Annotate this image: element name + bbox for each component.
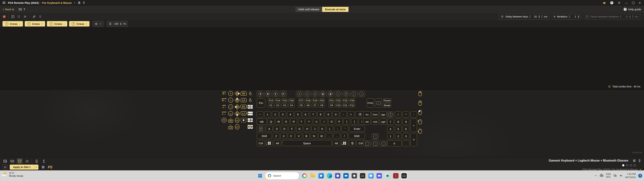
restore-button[interactable]: [632, 2, 634, 4]
key-5[interactable]: 5: [294, 111, 301, 117]
profile-name[interactable]: For Keyboard & Mouse: [42, 1, 72, 4]
mouse-left-button-icon[interactable]: [418, 110, 422, 116]
key-z[interactable]: Z: [273, 133, 280, 139]
key-o[interactable]: O: [328, 118, 335, 124]
key-f20[interactable]: F20: [319, 98, 325, 102]
key-2[interactable]: 2: [272, 111, 278, 117]
key-globe-off[interactable]: [327, 91, 334, 97]
key-pause[interactable]: Pause: [383, 98, 391, 102]
key-next-track[interactable]: [280, 91, 287, 97]
key-s[interactable]: S: [274, 126, 280, 132]
mouse-wheel-up-icon[interactable]: [418, 91, 422, 97]
key-f13[interactable]: F13: [268, 98, 274, 102]
key-f3[interactable]: F3: [282, 103, 288, 108]
iterations-spinner[interactable]: [578, 16, 579, 18]
key-f7[interactable]: F7: [312, 103, 318, 108]
key-scroll-lock[interactable]: ↕: [375, 98, 382, 108]
key-ins[interactable]: ins: [364, 112, 371, 118]
key-enter[interactable]: Enter: [349, 126, 365, 132]
key-refresh[interactable]: [342, 91, 350, 97]
key-numpad-7[interactable]: 7: [387, 118, 394, 125]
playstation-logo-icon[interactable]: PS: [48, 165, 52, 169]
delay-value[interactable]: 10: [532, 15, 537, 18]
taskbar-app-file-explorer[interactable]: [309, 172, 316, 180]
taskbar-app-teams[interactable]: [334, 172, 341, 180]
ps4-square-button[interactable]: □: [228, 104, 234, 110]
execute-at-once-button[interactable]: Execute at once: [322, 7, 348, 12]
joystick-device-icon[interactable]: [41, 159, 46, 164]
search-box[interactable]: Search: [265, 172, 299, 180]
key-arrow-right[interactable]: →: [380, 140, 387, 147]
delete-all-icon[interactable]: [38, 15, 42, 18]
key-menu[interactable]: [349, 140, 356, 146]
settings-gear-icon[interactable]: [618, 1, 621, 4]
key-0[interactable]: 0: [332, 111, 339, 117]
taskbar-app-settings[interactable]: [351, 172, 358, 180]
key-numpad-0[interactable]: 0: [387, 140, 402, 146]
key-caps-lock[interactable]: A: [257, 126, 265, 132]
speaker-icon[interactable]: [619, 174, 623, 178]
ps4-touchpad-press[interactable]: [241, 117, 246, 123]
ps4-left-stick-horizontal[interactable]: L↔: [221, 110, 227, 116]
key-f21[interactable]: F21: [328, 98, 335, 102]
key-f18[interactable]: F18: [305, 98, 311, 102]
key-3[interactable]: 3: [280, 111, 286, 117]
key-h[interactable]: H: [304, 126, 310, 132]
key-play[interactable]: [272, 91, 279, 97]
key-y[interactable]: Y: [306, 118, 312, 124]
key-f17[interactable]: F17: [298, 98, 304, 102]
ps4-options-button[interactable]: opt: [234, 117, 240, 123]
iterations-value[interactable]: 1: [571, 15, 576, 18]
eraser-icon[interactable]: [32, 15, 36, 18]
key-minus[interactable]: -: [340, 111, 347, 117]
scale-spinner[interactable]: [120, 23, 122, 25]
ps4-r1-bumper[interactable]: R1: [241, 104, 246, 110]
close-button[interactable]: ×: [639, 1, 641, 4]
combo-step-1-cross-press[interactable]: × Cross ↓: [2, 21, 23, 26]
key-pgu[interactable]: pgu: [380, 112, 387, 118]
taskbar-weather-widget[interactable]: 11°C Mostly cloudy: [2, 172, 23, 178]
key-numpad-3[interactable]: 3: [403, 133, 409, 139]
ps4-touch-tap[interactable]: [247, 90, 253, 96]
key-v[interactable]: V: [296, 133, 302, 139]
taskbar-app-edge[interactable]: [326, 172, 333, 180]
combo-step-2-cross-release[interactable]: × Cross ↑: [25, 21, 45, 26]
key-b[interactable]: B: [303, 133, 310, 139]
break-combo-icon[interactable]: [17, 15, 20, 18]
key-f22[interactable]: F22: [335, 98, 342, 102]
key-numpad-multiply[interactable]: *: [403, 112, 409, 118]
key-numpad-9[interactable]: 9: [403, 118, 409, 125]
gamepad-detect-icon[interactable]: ?: [24, 159, 30, 164]
add-config-icon[interactable]: [633, 159, 636, 162]
delay-spinner[interactable]: [538, 16, 540, 18]
ps4-dpad-up[interactable]: [234, 97, 240, 103]
ps4-right-stick-horizontal[interactable]: R↔: [221, 97, 227, 103]
display-cast-icon[interactable]: [613, 174, 617, 178]
key-f6[interactable]: F6: [305, 103, 311, 108]
clock-date[interactable]: 7:43 PM 6/07/2023: [625, 172, 636, 179]
key-f10[interactable]: F10: [335, 103, 342, 108]
taskbar-app-netflix[interactable]: [392, 172, 400, 180]
key-globe[interactable]: [319, 91, 326, 97]
key-win-left[interactable]: L: [266, 140, 273, 146]
key-x[interactable]: X: [280, 133, 287, 139]
record-button[interactable]: [3, 15, 6, 18]
key-e[interactable]: E: [283, 118, 290, 124]
key-f24[interactable]: F24: [349, 98, 355, 102]
mouse-device-icon[interactable]: [82, 1, 85, 4]
touchpad-remap-icon[interactable]: [2, 159, 8, 164]
key-prev-track[interactable]: [257, 91, 264, 97]
key-f16[interactable]: F16: [288, 98, 294, 102]
key-p[interactable]: P: [336, 118, 342, 124]
back-to-link[interactable]: ‹ Back to: [3, 8, 14, 11]
key-f14[interactable]: F14: [275, 98, 281, 102]
key-numpad-5[interactable]: 5: [395, 126, 402, 132]
key-7[interactable]: 7: [310, 111, 316, 117]
apply-to-slot-button[interactable]: Apply to Slot 1: [10, 164, 38, 170]
slot-dot-4[interactable]: [634, 164, 636, 166]
minimize-button[interactable]: —: [625, 1, 628, 4]
key-1[interactable]: 1: [264, 111, 271, 117]
combo-step-4-cross-release[interactable]: × Cross ↑: [69, 21, 90, 26]
key-m[interactable]: M: [318, 133, 325, 139]
slot-dot-3[interactable]: [630, 164, 632, 166]
